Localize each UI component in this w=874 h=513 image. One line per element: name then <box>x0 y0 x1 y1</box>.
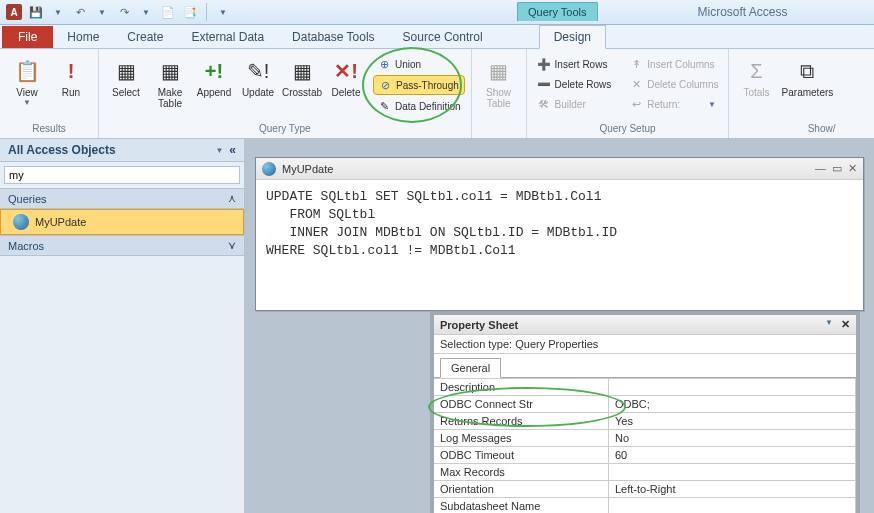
tab-create[interactable]: Create <box>113 26 177 48</box>
search-input[interactable] <box>4 166 240 184</box>
totals-button: ΣTotals <box>735 55 777 100</box>
access-app-icon[interactable]: A <box>6 4 22 20</box>
property-value[interactable]: Yes <box>609 413 856 430</box>
property-row[interactable]: ODBC Timeout60 <box>434 447 856 464</box>
parameters-button[interactable]: ⧉Parameters <box>779 55 835 100</box>
property-row[interactable]: Subdatasheet Name <box>434 498 856 513</box>
chevron-down-icon: ▼ <box>708 100 716 109</box>
crosstab-button[interactable]: ▦Crosstab <box>281 55 323 100</box>
navigation-pane: All Access Objects ▼ « Queries ⋏ MyUPdat… <box>0 139 245 513</box>
property-value[interactable]: ODBC; <box>609 396 856 413</box>
separator <box>206 3 207 21</box>
property-name: ODBC Connect Str <box>434 396 609 413</box>
ribbon: 📋 View ▼ ! Run Results ▦Select ▦Make Tab… <box>0 49 874 139</box>
save-icon[interactable]: 💾 <box>28 4 44 20</box>
make-table-button[interactable]: ▦Make Table <box>149 55 191 111</box>
property-name: Description <box>434 379 609 396</box>
crosstab-icon: ▦ <box>288 57 316 85</box>
select-button[interactable]: ▦Select <box>105 55 147 100</box>
collapse-group-icon[interactable]: ⋏ <box>228 192 236 205</box>
qat-dropdown-icon[interactable]: ▼ <box>50 4 66 20</box>
qat-item-icon[interactable]: 📄 <box>160 4 176 20</box>
maximize-icon[interactable]: ▭ <box>832 162 842 175</box>
show-table-icon: ▦ <box>485 57 513 85</box>
property-value[interactable] <box>609 498 856 513</box>
insert-rows-icon: ➕ <box>537 57 551 71</box>
property-name: ODBC Timeout <box>434 447 609 464</box>
totals-icon: Σ <box>742 57 770 85</box>
redo-icon[interactable]: ↷ <box>116 4 132 20</box>
property-row[interactable]: OrientationLeft-to-Right <box>434 481 856 498</box>
group-show-table: ▦Show Table <box>472 49 527 138</box>
nav-item-myupdate[interactable]: MyUPdate <box>0 209 244 235</box>
sql-editor[interactable]: UPDATE SQLtbl SET SQLtbl.col1 = MDBtbl.C… <box>256 180 863 310</box>
tab-external-data[interactable]: External Data <box>177 26 278 48</box>
property-name: Orientation <box>434 481 609 498</box>
delete-columns-button: ✕Delete Columns <box>625 75 722 93</box>
undo-dropdown-icon[interactable]: ▼ <box>94 4 110 20</box>
property-row[interactable]: Log MessagesNo <box>434 430 856 447</box>
expand-group-icon[interactable]: ⋎ <box>228 239 236 252</box>
nav-group-queries[interactable]: Queries ⋏ <box>0 188 244 209</box>
property-value[interactable]: No <box>609 430 856 447</box>
chevron-down-icon[interactable]: ▼ <box>215 146 223 155</box>
group-results: 📋 View ▼ ! Run Results <box>0 49 99 138</box>
return-button: ↩Return:▼ <box>625 95 722 113</box>
property-value[interactable] <box>609 464 856 481</box>
update-button[interactable]: ✎!Update <box>237 55 279 100</box>
close-icon[interactable]: ✕ <box>841 318 850 331</box>
nav-group-macros[interactable]: Macros ⋎ <box>0 235 244 256</box>
tab-general[interactable]: General <box>440 358 501 378</box>
group-query-type: ▦Select ▦Make Table +!Append ✎!Update ▦C… <box>99 49 472 138</box>
make-table-icon: ▦ <box>156 57 184 85</box>
delete-rows-button[interactable]: ➖Delete Rows <box>533 75 616 93</box>
tab-source-control[interactable]: Source Control <box>389 26 497 48</box>
chevron-down-icon[interactable]: ▼ <box>825 318 833 331</box>
app-title: Microsoft Access <box>698 5 788 19</box>
passthrough-query-icon <box>262 162 276 176</box>
chevron-down-icon: ▼ <box>23 98 31 107</box>
sql-window: MyUPdate — ▭ ✕ UPDATE SQLtbl SET SQLtbl.… <box>255 157 864 311</box>
property-value[interactable]: 60 <box>609 447 856 464</box>
view-button[interactable]: 📋 View ▼ <box>6 55 48 109</box>
property-sheet-title[interactable]: Property Sheet ▼ ✕ <box>434 315 856 335</box>
builder-icon: 🛠 <box>537 97 551 111</box>
collapse-nav-icon[interactable]: « <box>229 143 236 157</box>
nav-header[interactable]: All Access Objects ▼ « <box>0 139 244 162</box>
quick-access-toolbar: A 💾 ▼ ↶ ▼ ↷ ▼ 📄 📑 ▼ <box>0 3 237 21</box>
delete-rows-icon: ➖ <box>537 77 551 91</box>
file-tab[interactable]: File <box>2 26 53 48</box>
tab-home[interactable]: Home <box>53 26 113 48</box>
property-name: Returns Records <box>434 413 609 430</box>
qat-item-icon[interactable]: 📑 <box>182 4 198 20</box>
show-table-button: ▦Show Table <box>478 55 520 111</box>
pass-through-button[interactable]: ⊘Pass-Through <box>373 75 465 95</box>
property-row[interactable]: Returns RecordsYes <box>434 413 856 430</box>
tab-database-tools[interactable]: Database Tools <box>278 26 389 48</box>
data-definition-button[interactable]: ✎Data Definition <box>373 97 465 115</box>
sql-window-titlebar[interactable]: MyUPdate — ▭ ✕ <box>256 158 863 180</box>
mdi-area: MyUPdate — ▭ ✕ UPDATE SQLtbl SET SQLtbl.… <box>245 139 874 513</box>
qat-customize-icon[interactable]: ▼ <box>215 4 231 20</box>
insert-rows-button[interactable]: ➕Insert Rows <box>533 55 616 73</box>
ribbon-tabs: File Home Create External Data Database … <box>0 25 874 49</box>
property-name: Subdatasheet Name <box>434 498 609 513</box>
redo-dropdown-icon[interactable]: ▼ <box>138 4 154 20</box>
tab-design[interactable]: Design <box>539 25 606 49</box>
contextual-tab-label: Query Tools <box>517 2 598 21</box>
run-button[interactable]: ! Run <box>50 55 92 100</box>
property-row[interactable]: ODBC Connect StrODBC; <box>434 396 856 413</box>
property-value[interactable]: Left-to-Right <box>609 481 856 498</box>
close-icon[interactable]: ✕ <box>848 162 857 175</box>
union-button[interactable]: ⊕Union <box>373 55 465 73</box>
delete-button[interactable]: ✕!Delete <box>325 55 367 100</box>
property-row[interactable]: Description <box>434 379 856 396</box>
minimize-icon[interactable]: — <box>815 162 826 175</box>
property-row[interactable]: Max Records <box>434 464 856 481</box>
append-icon: +! <box>200 57 228 85</box>
property-sheet: Property Sheet ▼ ✕ Selection type: Query… <box>430 311 860 513</box>
undo-icon[interactable]: ↶ <box>72 4 88 20</box>
sql-window-title: MyUPdate <box>282 163 333 175</box>
property-value[interactable] <box>609 379 856 396</box>
append-button[interactable]: +!Append <box>193 55 235 100</box>
